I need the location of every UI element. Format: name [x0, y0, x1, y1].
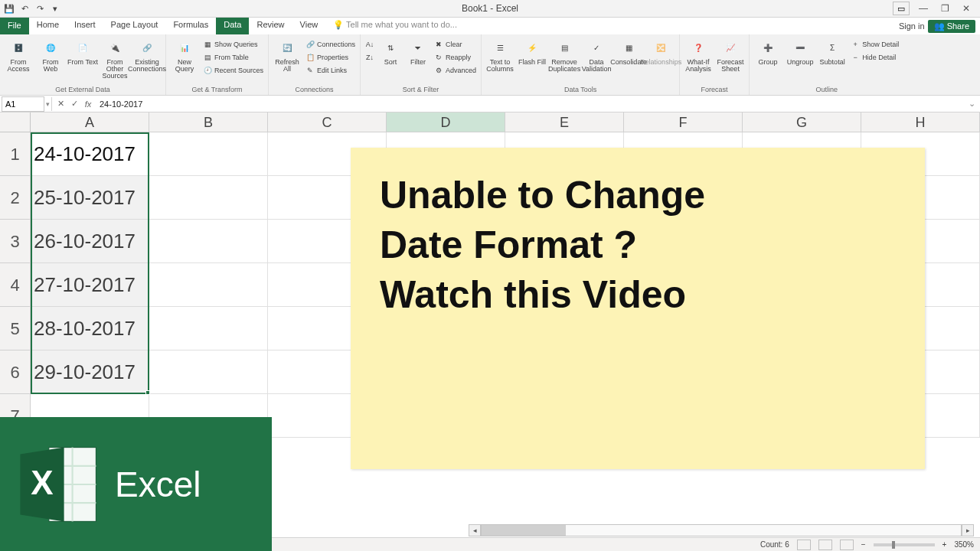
- cell-a5[interactable]: 28-10-2017: [31, 307, 149, 350]
- sort-za-button[interactable]: Z↓: [364, 51, 376, 64]
- zoom-in-icon[interactable]: +: [942, 540, 947, 549]
- sign-in-link[interactable]: Sign in: [899, 21, 925, 31]
- scroll-right-icon[interactable]: ▸: [962, 524, 974, 536]
- close-button[interactable]: ✕: [956, 0, 977, 17]
- tab-insert[interactable]: Insert: [67, 18, 103, 34]
- filter-button[interactable]: ⏷Filter: [405, 36, 431, 67]
- what-if-analysis-button[interactable]: ❓What-If Analysis: [683, 36, 714, 74]
- connections-button[interactable]: 🔗Connections: [304, 37, 357, 51]
- cell[interactable]: [149, 176, 268, 220]
- qat-more-icon[interactable]: ▾: [49, 2, 61, 15]
- fx-icon[interactable]: fx: [81, 97, 95, 111]
- cell[interactable]: [149, 350, 268, 394]
- group-sort-filter: A↓ Z↓ ⇅Sort ⏷Filter ✖Clear ↻Reapply ⚙Adv…: [361, 34, 482, 95]
- cell[interactable]: [149, 307, 268, 350]
- row-header[interactable]: 5: [0, 307, 31, 350]
- horizontal-scrollbar[interactable]: ◂ ▸: [469, 523, 974, 537]
- zoom-slider[interactable]: [874, 543, 935, 546]
- cell[interactable]: [149, 132, 268, 176]
- cell-a1[interactable]: 24-10-2017: [31, 132, 149, 176]
- col-header-a[interactable]: A: [31, 112, 149, 132]
- tab-file[interactable]: File: [0, 18, 29, 34]
- cell-a4[interactable]: 27-10-2017: [31, 263, 149, 307]
- tab-page-layout[interactable]: Page Layout: [103, 18, 166, 34]
- forecast-sheet-button[interactable]: 📈Forecast Sheet: [715, 36, 746, 74]
- redo-icon[interactable]: ↷: [34, 2, 46, 15]
- clear-filter-button[interactable]: ✖Clear: [433, 37, 478, 51]
- page-break-view-icon[interactable]: [840, 540, 854, 550]
- normal-view-icon[interactable]: [797, 540, 811, 550]
- col-header-h[interactable]: H: [861, 112, 980, 132]
- existing-connections-button[interactable]: 🔗Existing Connections: [132, 36, 162, 74]
- zoom-out-icon[interactable]: −: [861, 540, 866, 549]
- text-to-columns-button[interactable]: ☰Text to Columns: [485, 36, 515, 74]
- col-header-g[interactable]: G: [743, 112, 861, 132]
- advanced-filter-button[interactable]: ⚙Advanced: [433, 64, 478, 77]
- expand-formula-bar-icon[interactable]: ⌄: [964, 99, 980, 109]
- sort-az-button[interactable]: A↓: [364, 37, 376, 51]
- tab-formulas[interactable]: Formulas: [165, 18, 216, 34]
- tab-data[interactable]: Data: [216, 18, 249, 34]
- tab-review[interactable]: Review: [249, 18, 292, 34]
- cell[interactable]: [149, 220, 268, 263]
- share-button[interactable]: 👥 Share: [928, 20, 975, 33]
- zoom-level[interactable]: 350%: [954, 540, 974, 549]
- col-header-d[interactable]: D: [387, 112, 505, 132]
- refresh-all-button[interactable]: 🔄Refresh All: [272, 36, 302, 74]
- from-web-button[interactable]: 🌐From Web: [35, 36, 66, 74]
- scroll-track[interactable]: [481, 524, 962, 536]
- hide-detail-button[interactable]: −Hide Detail: [849, 51, 900, 64]
- minimize-button[interactable]: —: [913, 0, 934, 17]
- ribbon-display-options-icon[interactable]: ▭: [893, 2, 910, 15]
- formula-input[interactable]: 24-10-2017: [95, 99, 964, 109]
- subtotal-button[interactable]: ΣSubtotal: [817, 36, 848, 67]
- page-layout-view-icon[interactable]: [818, 540, 832, 550]
- cancel-icon[interactable]: ✕: [54, 97, 67, 111]
- flash-fill-button[interactable]: ⚡Flash Fill: [517, 36, 547, 67]
- remove-duplicates-button[interactable]: ▤Remove Duplicates: [549, 36, 580, 74]
- cell-a2[interactable]: 25-10-2017: [31, 176, 149, 220]
- undo-icon[interactable]: ↶: [18, 2, 31, 15]
- col-header-c[interactable]: C: [268, 112, 387, 132]
- cell-a3[interactable]: 26-10-2017: [31, 220, 149, 263]
- from-table-button[interactable]: ▤From Table: [201, 51, 265, 64]
- cell[interactable]: [149, 263, 268, 307]
- group-label: Get & Transform: [169, 86, 265, 95]
- reapply-filter-button[interactable]: ↻Reapply: [433, 51, 478, 64]
- select-all-corner[interactable]: [0, 112, 31, 132]
- properties-button[interactable]: 📋Properties: [304, 51, 357, 64]
- tab-home[interactable]: Home: [29, 18, 67, 34]
- new-query-button[interactable]: 📊New Query: [169, 36, 200, 74]
- svg-text:X: X: [31, 464, 53, 501]
- from-access-button[interactable]: 🗄️From Access: [3, 36, 34, 74]
- row-header[interactable]: 3: [0, 220, 31, 263]
- group-button[interactable]: ➕Group: [753, 36, 783, 67]
- tab-view[interactable]: View: [292, 18, 326, 34]
- tell-me-search[interactable]: 💡 Tell me what you want to do...: [325, 18, 465, 34]
- data-validation-button[interactable]: ✓Data Validation: [581, 36, 612, 74]
- scroll-left-icon[interactable]: ◂: [469, 524, 481, 536]
- row-header[interactable]: 2: [0, 176, 31, 220]
- from-text-button[interactable]: 📄From Text: [67, 36, 98, 67]
- show-queries-button[interactable]: ▦Show Queries: [201, 37, 265, 51]
- save-icon[interactable]: 💾: [3, 2, 15, 15]
- cell-a6[interactable]: 29-10-2017: [31, 350, 149, 394]
- from-other-sources-button[interactable]: 🔌From Other Sources: [100, 36, 130, 81]
- scroll-thumb[interactable]: [482, 525, 566, 536]
- row-header[interactable]: 6: [0, 350, 31, 394]
- restore-button[interactable]: ❐: [934, 0, 956, 17]
- recent-sources-button[interactable]: 🕘Recent Sources: [201, 64, 265, 77]
- col-header-b[interactable]: B: [149, 112, 268, 132]
- col-header-f[interactable]: F: [624, 112, 743, 132]
- relationships-button[interactable]: 🔀Relationships: [645, 36, 676, 67]
- show-detail-button[interactable]: +Show Detail: [849, 37, 900, 51]
- row-header[interactable]: 1: [0, 132, 31, 176]
- group-label: Get External Data: [3, 86, 162, 95]
- ungroup-button[interactable]: ➖Ungroup: [785, 36, 815, 67]
- edit-links-button[interactable]: ✎Edit Links: [304, 64, 357, 77]
- name-box[interactable]: A1: [2, 96, 44, 112]
- sort-button[interactable]: ⇅Sort: [377, 36, 403, 67]
- col-header-e[interactable]: E: [505, 112, 624, 132]
- enter-icon[interactable]: ✓: [67, 97, 81, 111]
- row-header[interactable]: 4: [0, 263, 31, 307]
